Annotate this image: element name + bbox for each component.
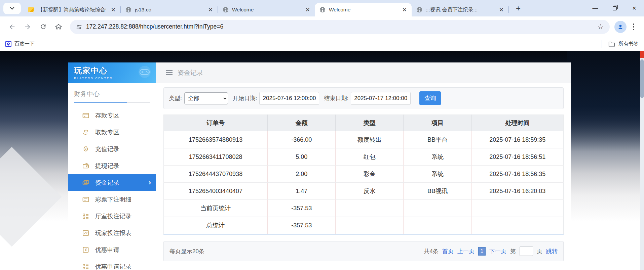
sidebar-item-lottery-bet-details[interactable]: 彩票下注明细: [68, 191, 156, 208]
cell-project: 系统: [404, 166, 471, 183]
sidebar-item-funds-records[interactable]: 资金记录 ›: [68, 174, 156, 191]
home-icon: [55, 23, 62, 31]
browser-menu-button[interactable]: [629, 20, 639, 34]
next-page-link[interactable]: 下一页: [489, 248, 506, 255]
reload-icon: [40, 23, 47, 30]
funds-table: 订单号 金额 类型 项目 处理时间 1752663574880913 -366.…: [163, 115, 564, 234]
lottery-list-icon: [82, 196, 89, 203]
tab-title: Welcome: [232, 7, 301, 13]
pagination-bar: 每页显示20条 共4条 首页 上一页 1 下一页 第 页 跳转: [163, 241, 564, 261]
home-button[interactable]: [52, 20, 65, 34]
tab-welcome-active[interactable]: Welcome ✕: [315, 3, 412, 16]
hamburger-menu-icon[interactable]: [166, 70, 173, 75]
cell-process-time: 2025-07-16 18:56:35: [471, 166, 564, 183]
cell-project: BB视讯: [404, 183, 471, 200]
tab-strip: 【新提醒】海燕策略论坛综合交 ✕ js13.cc ✕ Welcome ✕ Wel…: [0, 0, 644, 16]
filter-bar: 类型: 全部 开始日期: 结束日期: 查询: [163, 87, 564, 109]
sidebar-item-withdrawal-records[interactable]: 提现记录: [68, 158, 156, 174]
cell-project: BB平台: [404, 131, 471, 148]
type-select[interactable]: 全部: [184, 92, 228, 104]
sidebar-item-label: 存款专区: [95, 111, 119, 120]
col-type: 类型: [336, 115, 404, 131]
tab-title: Welcome: [329, 7, 397, 13]
address-bar[interactable]: 172.247.228.82:888/hhcp/usercenter.html?…: [70, 20, 610, 34]
table-row: 1752663411708028 5.00 红包 系统 2025-07-16 1…: [164, 148, 564, 166]
globe-favicon: [319, 7, 326, 13]
new-tab-button[interactable]: +: [512, 4, 524, 13]
all-bookmarks[interactable]: 所有书签: [602, 40, 639, 48]
cell-empty: [471, 200, 564, 217]
cell-page-total-label: 当前页统计: [164, 200, 268, 217]
sidebar-item-label: 资金记录: [95, 179, 119, 187]
cell-process-time: 2025-07-16 18:59:35: [471, 131, 564, 148]
current-page-badge[interactable]: 1: [478, 247, 486, 256]
cell-grand-total-label: 总统计: [164, 217, 268, 234]
wallet-icon: [82, 162, 89, 170]
sidebar-item-recharge-records[interactable]: ¥ 充值记录: [68, 141, 156, 158]
jump-prefix-label: 第: [510, 248, 516, 255]
cell-type: 彩金: [336, 166, 404, 183]
scrollbar-red-strip: [640, 51, 644, 58]
sidebar-item-promo-apply-records[interactable]: 优惠申请记录: [68, 258, 156, 270]
tab-search-button[interactable]: [3, 3, 21, 14]
tab-welcome-1[interactable]: Welcome ✕: [218, 3, 315, 16]
bookmark-baidu[interactable]: 百度一下: [5, 41, 35, 47]
table-row: 1752663574880913 -366.00 额度转出 BB平台 2025-…: [164, 131, 564, 148]
tab-close-icon[interactable]: ✕: [304, 6, 311, 13]
cell-type: 红包: [336, 148, 404, 166]
reload-button[interactable]: [36, 20, 50, 34]
profile-avatar[interactable]: [614, 21, 627, 33]
cell-empty: [471, 217, 564, 234]
sidebar-menu: 存款专区 取款专区 ¥ 充值记录 提现记录 资金记录 ›: [68, 107, 156, 270]
bookmarks-bar: 百度一下 所有书签: [0, 37, 644, 51]
tab-close-icon[interactable]: ✕: [207, 6, 214, 13]
page-scrollbar[interactable]: [640, 51, 644, 270]
first-page-link[interactable]: 首页: [442, 248, 454, 255]
page-title: 资金记录: [178, 69, 203, 77]
all-bookmarks-label: 所有书签: [618, 41, 639, 47]
cell-grand-total-amount: -357.53: [268, 217, 336, 234]
sidebar-item-withdraw-zone[interactable]: 取款专区: [68, 124, 156, 141]
back-button[interactable]: [5, 20, 19, 34]
cell-empty: [336, 200, 404, 217]
end-date-input[interactable]: [351, 92, 411, 105]
prev-page-link[interactable]: 上一页: [457, 248, 475, 255]
sidebar-item-deposit-zone[interactable]: 存款专区: [68, 107, 156, 124]
deposit-card-icon: [82, 112, 89, 119]
scrollbar-thumb[interactable]: [640, 59, 644, 98]
cell-type: 额度转出: [336, 131, 404, 148]
moneybag-icon: ¥: [82, 145, 89, 153]
close-window-button[interactable]: ×: [624, 0, 644, 16]
total-count-text: 共4条: [424, 248, 439, 255]
tab-js13[interactable]: js13.cc ✕: [121, 3, 218, 16]
forward-button[interactable]: [21, 20, 34, 34]
person-icon: [617, 24, 624, 30]
cell-order-id: 1752654003440407: [164, 183, 268, 200]
pager: 共4条 首页 上一页 1 下一页 第 页 跳转: [424, 246, 558, 256]
cell-amount: 5.00: [268, 148, 336, 166]
search-button[interactable]: 查询: [419, 91, 441, 105]
sidebar-item-player-bet-report[interactable]: 玩家投注报表: [68, 225, 156, 241]
jump-link[interactable]: 跳转: [546, 248, 558, 255]
background-shape: [0, 147, 62, 247]
svg-text:¥: ¥: [85, 248, 87, 252]
sidebar-item-promo-apply[interactable]: ¥ 优惠申请: [68, 241, 156, 258]
bookmark-star-icon[interactable]: ☆: [597, 23, 604, 31]
minimize-button[interactable]: —: [585, 0, 605, 16]
tab-close-icon[interactable]: ✕: [110, 6, 117, 13]
start-date-input[interactable]: [259, 92, 319, 105]
tab-video-records[interactable]: :::视讯 会员下注纪录::: ✕: [412, 3, 508, 16]
restore-button[interactable]: [605, 0, 624, 16]
page-jump-input[interactable]: [520, 246, 533, 256]
tab-close-icon[interactable]: ✕: [401, 6, 408, 13]
tab-forum[interactable]: 【新提醒】海燕策略论坛综合交 ✕: [24, 3, 120, 16]
svg-text:¥: ¥: [85, 148, 86, 150]
cell-empty: [404, 217, 471, 234]
end-date-label: 结束日期:: [324, 94, 348, 102]
col-order-id: 订单号: [164, 115, 268, 131]
table-row: 1752644437070938 2.00 彩金 系统 2025-07-16 1…: [164, 166, 564, 183]
table-row-page-total: 当前页统计 -357.53: [164, 200, 564, 217]
sidebar-item-hall-bet-records[interactable]: 厅室投注记录: [68, 208, 156, 225]
sidebar-item-label: 玩家投注报表: [95, 229, 131, 237]
tab-close-icon[interactable]: ✕: [498, 6, 505, 13]
